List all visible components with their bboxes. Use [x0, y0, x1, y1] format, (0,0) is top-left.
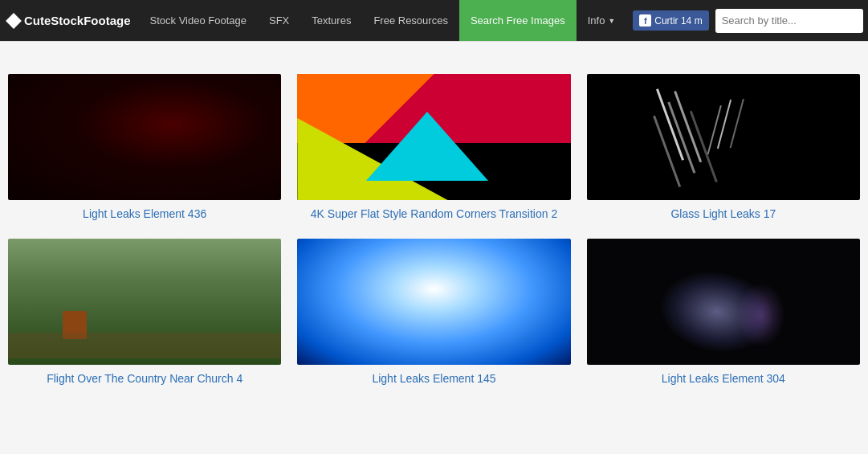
nav-search-free-images[interactable]: Search Free Images [459, 0, 577, 41]
chevron-down-icon: ▼ [608, 17, 615, 25]
thumbnail [587, 239, 860, 365]
item-title: Light Leaks Element 145 [372, 371, 495, 387]
grid-item[interactable]: Light Leaks Element 145 [297, 239, 570, 387]
item-title: Glass Light Leaks 17 [670, 207, 776, 223]
grid-item[interactable]: Flight Over The Country Near Church 4 [8, 239, 281, 387]
main-content: Light Leaks Element 436 4K Super Flat St… [0, 58, 868, 403]
nav-info[interactable]: Info ▼ [577, 0, 627, 41]
thumbnail [297, 239, 570, 365]
nav-sfx[interactable]: SFX [258, 0, 300, 41]
brand-name: CuteStockFootage [24, 14, 131, 27]
thumbnail [587, 74, 860, 200]
top-divider [0, 41, 868, 42]
navbar: CuteStockFootage Stock Video Footage SFX… [0, 0, 868, 41]
grid-item[interactable]: Light Leaks Element 436 [8, 74, 281, 223]
search-input[interactable] [715, 9, 863, 33]
nav-stock-video[interactable]: Stock Video Footage [139, 0, 258, 41]
grid-item[interactable]: Glass Light Leaks 17 [587, 74, 860, 223]
facebook-icon: f [639, 14, 651, 27]
nav-textures[interactable]: Textures [300, 0, 362, 41]
item-title: 4K Super Flat Style Random Corners Trans… [311, 207, 557, 223]
diamond-icon [6, 13, 22, 29]
thumbnail [297, 74, 570, 200]
nav-free-resources[interactable]: Free Resources [362, 0, 458, 41]
item-title: Light Leaks Element 436 [83, 207, 206, 223]
grid-item[interactable]: 4K Super Flat Style Random Corners Trans… [297, 74, 570, 223]
thumbnail [8, 239, 281, 365]
item-title: Light Leaks Element 304 [662, 371, 785, 387]
facebook-like-button[interactable]: f Curtir 14 m [633, 10, 708, 31]
thumbnail [8, 74, 281, 200]
grid-item[interactable]: Light Leaks Element 304 [587, 239, 860, 387]
item-title: Flight Over The Country Near Church 4 [47, 371, 242, 387]
image-grid: Light Leaks Element 436 4K Super Flat St… [8, 74, 860, 387]
fb-label: Curtir 14 m [654, 15, 702, 27]
brand-logo[interactable]: CuteStockFootage [8, 14, 131, 27]
